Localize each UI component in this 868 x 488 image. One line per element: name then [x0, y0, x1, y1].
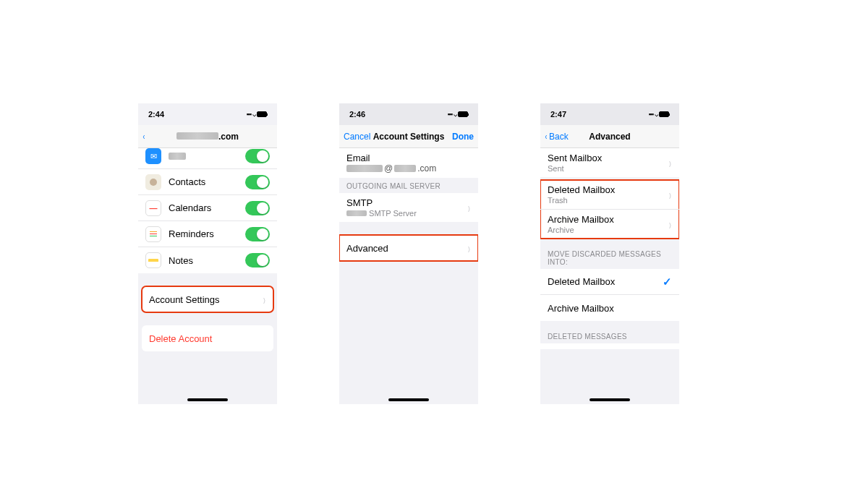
delete-account-group: Delete Account	[142, 325, 273, 351]
email-label: Email	[346, 153, 370, 163]
deleted-archive-group: Deleted Mailbox Trash › Archive Mailbox …	[540, 180, 679, 239]
row-notes[interactable]: Notes	[138, 247, 277, 273]
nav-bar: ‹ Back Advanced	[540, 125, 679, 148]
row-archive-mailbox[interactable]: Archive Mailbox Archive ›	[540, 210, 679, 239]
advanced-group: Advanced ›	[339, 235, 478, 261]
deleted-sub: Trash	[548, 196, 668, 205]
services-group: ✉︎ Contacts — Calendars Reminders Notes	[138, 148, 277, 273]
toggle-reminders[interactable]	[245, 227, 270, 241]
chevron-right-icon: ›	[669, 187, 671, 202]
nav-bar: ‹ .com	[138, 125, 277, 148]
toggle-contacts[interactable]	[245, 175, 270, 189]
contacts-icon	[145, 174, 161, 190]
row-delete-account-label: Delete Account	[149, 333, 266, 344]
move-deleted-label: Deleted Mailbox	[548, 276, 663, 287]
phone-advanced: 2:47 ▪▪▪ ⌵ ‹ Back Advanced Sent Mailbox …	[540, 103, 679, 404]
home-indicator	[187, 398, 228, 401]
row-account-settings-label: Account Settings	[149, 294, 263, 305]
nav-bar: Cancel Account Settings Done	[339, 125, 478, 148]
archive-sub: Archive	[548, 226, 668, 234]
nav-title: Account Settings	[373, 132, 445, 142]
row-calendars[interactable]: — Calendars	[138, 195, 277, 221]
move-archive-label: Archive Mailbox	[548, 303, 672, 314]
status-time: 2:46	[349, 110, 365, 119]
wifi-icon: ⌵	[252, 111, 255, 118]
status-icons: ▪▪▪ ⌵	[447, 111, 468, 118]
move-discarded-group: Deleted Mailbox ✓ Archive Mailbox	[540, 269, 679, 321]
row-advanced[interactable]: Advanced ›	[339, 235, 478, 261]
cancel-button[interactable]: Cancel	[344, 132, 370, 142]
home-indicator	[388, 398, 429, 401]
account-settings-group: Account Settings ›	[142, 286, 273, 312]
status-icons: ▪▪▪ ⌵	[648, 111, 669, 118]
phone-account-settings: 2:46 ▪▪▪ ⌵ Cancel Account Settings Done …	[339, 103, 478, 404]
wifi-icon: ⌵	[454, 111, 456, 118]
row-reminders-label: Reminders	[169, 228, 245, 239]
archive-label: Archive Mailbox	[548, 214, 668, 225]
advanced-label: Advanced	[346, 243, 467, 254]
wifi-icon: ⌵	[655, 111, 658, 118]
row-account-settings[interactable]: Account Settings ›	[142, 286, 273, 312]
row-delete-account[interactable]: Delete Account	[142, 325, 273, 351]
battery-icon	[257, 111, 267, 117]
back-label: Back	[549, 132, 569, 142]
row-deleted-mailbox[interactable]: Deleted Mailbox Trash ›	[540, 180, 679, 210]
row-contacts-label: Contacts	[169, 176, 245, 187]
chevron-right-icon: ›	[468, 240, 470, 256]
chevron-left-icon: ‹	[545, 132, 548, 142]
outgoing-group: SMTP SMTP Server ›	[339, 193, 478, 222]
done-button[interactable]: Done	[452, 132, 474, 142]
row-contacts[interactable]: Contacts	[138, 169, 277, 195]
smtp-label: SMTP	[346, 197, 467, 208]
row-mail-label	[169, 151, 245, 162]
row-notes-label: Notes	[169, 255, 245, 266]
chevron-left-icon: ‹	[143, 132, 145, 142]
row-mail[interactable]: ✉︎	[138, 148, 277, 169]
status-bar: 2:46 ▪▪▪ ⌵	[339, 103, 478, 125]
row-move-archive[interactable]: Archive Mailbox	[540, 295, 679, 321]
email-value-suffix: .com	[417, 163, 436, 174]
home-indicator	[590, 398, 630, 401]
mail-icon: ✉︎	[145, 148, 161, 164]
checkmark-icon: ✓	[663, 275, 672, 288]
toggle-notes[interactable]	[245, 253, 270, 267]
outgoing-header: OUTGOING MAIL SERVER	[339, 178, 478, 193]
deleted-messages-group-peek	[540, 343, 679, 349]
status-bar: 2:47 ▪▪▪ ⌵	[540, 103, 679, 125]
status-icons: ▪▪▪ ⌵	[246, 111, 267, 118]
battery-icon	[458, 111, 468, 117]
back-button[interactable]: ‹	[142, 132, 145, 142]
deleted-label: Deleted Mailbox	[548, 184, 668, 195]
back-button[interactable]: ‹ Back	[545, 132, 569, 142]
signal-icon: ▪▪▪	[246, 111, 251, 118]
redacted-email-prefix	[176, 132, 218, 140]
row-sent-mailbox[interactable]: Sent Mailbox Sent ›	[540, 148, 679, 177]
calendar-icon: —	[145, 200, 161, 216]
chevron-right-icon: ›	[263, 291, 265, 307]
row-smtp[interactable]: SMTP SMTP Server ›	[339, 193, 478, 222]
email-group: Email @.com	[339, 148, 478, 178]
mailbox-behavior-group: Sent Mailbox Sent ›	[540, 148, 679, 177]
redacted-email-domain	[394, 165, 416, 172]
battery-icon	[659, 111, 669, 117]
deleted-messages-header: DELETED MESSAGES	[540, 321, 679, 343]
row-move-deleted[interactable]: Deleted Mailbox ✓	[540, 269, 679, 295]
row-reminders[interactable]: Reminders	[138, 221, 277, 247]
signal-icon: ▪▪▪	[447, 111, 452, 118]
smtp-sub: SMTP Server	[346, 209, 467, 218]
reminders-icon	[145, 226, 161, 242]
redacted-email-user	[346, 165, 383, 172]
smtp-sub-text: SMTP Server	[369, 209, 417, 218]
chevron-right-icon: ›	[669, 155, 671, 171]
status-bar: 2:44 ▪▪▪ ⌵	[138, 103, 277, 125]
nav-title: Advanced	[589, 132, 630, 142]
nav-title: .com	[176, 132, 239, 142]
nav-title-suffix: .com	[218, 132, 239, 142]
row-email[interactable]: Email @.com	[339, 148, 478, 178]
status-time: 2:44	[148, 110, 164, 119]
row-calendars-label: Calendars	[169, 202, 245, 213]
toggle-calendars[interactable]	[245, 201, 270, 215]
signal-icon: ▪▪▪	[648, 111, 653, 118]
toggle-mail[interactable]	[245, 149, 270, 163]
chevron-right-icon: ›	[468, 200, 470, 215]
